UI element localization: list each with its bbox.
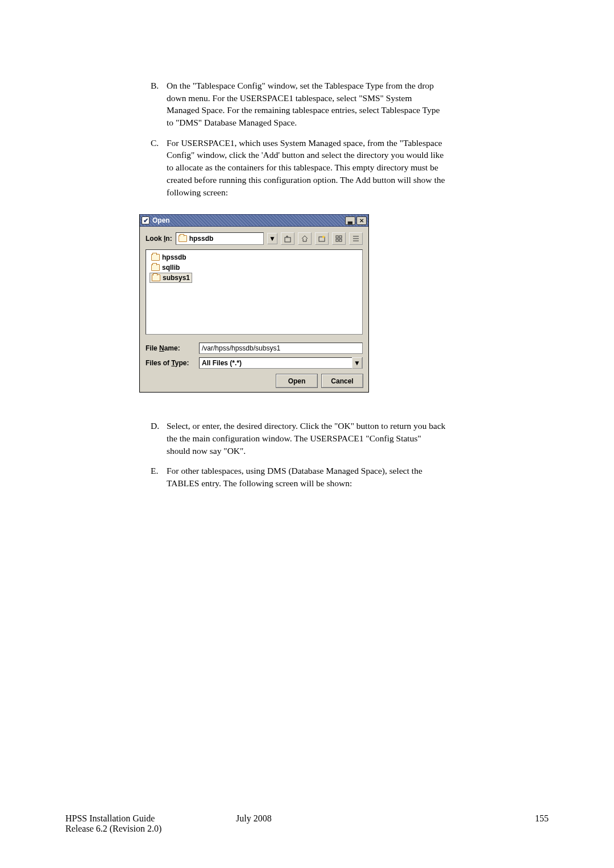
list-marker: E.: [151, 465, 167, 489]
dialog-body: Look In: hpssdb ▼ hpssdb: [140, 227, 368, 392]
minimize-button[interactable]: ▃: [345, 216, 355, 225]
file-name-input[interactable]: /var/hpss/hpssdb/subsys1: [199, 343, 363, 354]
footer-title: HPSS Installation Guide: [65, 813, 236, 824]
footer-date: July 2008: [236, 813, 406, 834]
close-button[interactable]: ✕: [356, 216, 367, 225]
list-item[interactable]: hpssdb: [150, 252, 188, 262]
svg-rect-3: [336, 236, 338, 238]
svg-rect-6: [339, 239, 342, 241]
svg-rect-0: [285, 237, 291, 242]
cancel-button[interactable]: Cancel: [322, 374, 363, 387]
instruction-list-continued: D. Select, or enter, the desired directo…: [151, 420, 446, 489]
list-view-button[interactable]: [332, 232, 346, 245]
folder-icon: [179, 235, 187, 242]
page-footer: HPSS Installation Guide Release 6.2 (Rev…: [65, 813, 549, 834]
dropdown-button[interactable]: ▼: [267, 233, 277, 244]
dropdown-button[interactable]: ▼: [352, 357, 362, 369]
list-item: E. For other tablespaces, using DMS (Dat…: [151, 465, 446, 489]
file-name: hpssdb: [162, 253, 186, 261]
list-marker: D.: [151, 420, 167, 457]
home-button[interactable]: [298, 232, 312, 245]
new-folder-button[interactable]: [315, 232, 329, 245]
list-item: D. Select, or enter, the desired directo…: [151, 420, 446, 457]
look-in-label: Look In:: [146, 235, 172, 243]
list-text: On the "Tablespace Config" window, set t…: [167, 80, 446, 129]
open-button[interactable]: Open: [276, 374, 317, 387]
instruction-list: B. On the "Tablespace Config" window, se…: [151, 80, 446, 198]
dialog-title: Open: [152, 216, 170, 224]
list-marker: C.: [151, 137, 167, 198]
svg-rect-5: [336, 239, 338, 241]
files-of-type-select[interactable]: All Files (*.*) ▼: [199, 357, 363, 369]
list-marker: B.: [151, 80, 167, 129]
file-name: subsys1: [163, 274, 190, 282]
list-text: For other tablespaces, using DMS (Databa…: [167, 465, 446, 489]
list-text: Select, or enter, the desired directory.…: [167, 420, 446, 457]
list-item: C. For USERSPACE1, which uses System Man…: [151, 137, 446, 198]
look-in-value: hpssdb: [189, 235, 214, 243]
list-text: For USERSPACE1, which uses System Manage…: [167, 137, 446, 198]
list-item-selected[interactable]: subsys1: [150, 273, 192, 283]
footer-page-number: 155: [406, 813, 549, 834]
look-in-select[interactable]: hpssdb: [176, 232, 264, 245]
dialog-titlebar: ✔ Open ▃ ✕: [140, 214, 368, 227]
folder-icon: [151, 254, 160, 261]
document-body: B. On the "Tablespace Config" window, se…: [151, 80, 446, 490]
footer-release: Release 6.2 (Revision 2.0): [65, 824, 236, 834]
list-item[interactable]: sqllib: [150, 262, 181, 273]
file-name-label: File Name:: [146, 344, 194, 352]
file-name-type-rows: File Name: /var/hpss/hpssdb/subsys1 File…: [146, 343, 363, 369]
file-list[interactable]: hpssdb sqllib subsys1: [146, 249, 363, 335]
open-dialog: ✔ Open ▃ ✕ Look In: hpssdb ▼: [139, 214, 369, 393]
folder-icon: [151, 264, 160, 271]
list-item: B. On the "Tablespace Config" window, se…: [151, 80, 446, 129]
svg-rect-4: [339, 236, 342, 238]
dialog-buttons: Open Cancel: [146, 374, 363, 387]
look-in-row: Look In: hpssdb ▼: [146, 232, 363, 245]
file-name: sqllib: [162, 264, 180, 272]
folder-icon: [152, 274, 160, 281]
app-icon: ✔: [142, 216, 150, 224]
files-of-type-label: Files of Type:: [146, 359, 194, 367]
svg-point-2: [322, 236, 325, 238]
up-folder-button[interactable]: [281, 232, 294, 245]
detail-view-button[interactable]: [349, 232, 363, 245]
